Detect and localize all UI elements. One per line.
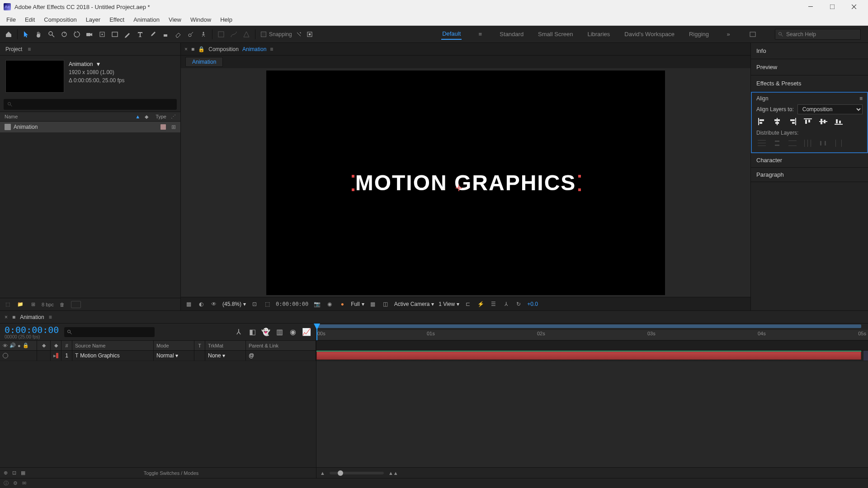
timeline-panel-menu-icon[interactable]: ≡: [49, 314, 52, 320]
viewer-lock-icon[interactable]: 🔒: [198, 46, 205, 52]
reset-workspace-icon[interactable]: [747, 28, 759, 40]
snap-to-icon[interactable]: [306, 28, 314, 40]
fast-previews-icon[interactable]: ⚡: [476, 300, 485, 308]
puppet-tool[interactable]: [198, 28, 209, 40]
clone-stamp-tool[interactable]: [160, 28, 171, 40]
comment-col-icon[interactable]: ⋰: [171, 114, 176, 120]
selection-handle[interactable]: [352, 188, 354, 191]
timeline-layer-row[interactable]: ▸ 1 TMotion Graphics Normal ▾ None ▾ @: [0, 351, 316, 361]
zoom-tool[interactable]: [46, 28, 57, 40]
anchor-point-icon[interactable]: [456, 185, 462, 191]
mask-mode-icon[interactable]: [215, 28, 227, 40]
search-bins-slot[interactable]: [71, 301, 81, 308]
project-panel-tab[interactable]: Project: [4, 45, 24, 53]
selection-handle[interactable]: [578, 188, 581, 191]
zoom-in-icon[interactable]: ▲▲: [388, 470, 398, 476]
audio-col-icon[interactable]: 🔊: [9, 343, 16, 348]
frame-blend-footer-icon[interactable]: ▦: [21, 470, 25, 476]
minimize-button[interactable]: [800, 0, 821, 14]
viewer-panel-menu-icon[interactable]: ≡: [270, 46, 273, 52]
eraser-tool[interactable]: [172, 28, 184, 40]
show-snapshot-icon[interactable]: ◉: [326, 300, 334, 308]
selection-handle[interactable]: [352, 175, 354, 178]
label-col-icon[interactable]: ◆: [54, 343, 58, 348]
workspace-standard[interactable]: Standard: [499, 29, 524, 39]
align-vcenter-button[interactable]: [818, 117, 829, 126]
align-top-button[interactable]: [802, 117, 813, 126]
work-area-bar[interactable]: [316, 324, 861, 328]
workspace-menu-icon[interactable]: ≡: [474, 28, 486, 40]
snapping-checkbox[interactable]: [261, 32, 266, 37]
timeline-track-area[interactable]: 00s 01s 02s 03s 04s 05s: [316, 324, 868, 478]
hand-tool[interactable]: [33, 28, 45, 40]
workspace-custom[interactable]: David's Workspace: [623, 29, 675, 39]
timeline-search[interactable]: [64, 327, 155, 337]
viewer-canvas[interactable]: MOTION GRAPHICS: [181, 68, 750, 297]
timeline-timecode[interactable]: 0:00:00:00: [5, 324, 59, 335]
channel-icon[interactable]: ●: [338, 300, 346, 308]
zoom-out-icon[interactable]: ▲: [320, 470, 325, 476]
viewer-comp-name[interactable]: Animation: [242, 46, 266, 52]
workspace-overflow-icon[interactable]: »: [722, 28, 734, 40]
layer-label-color[interactable]: [56, 353, 58, 358]
comp-end-bracket[interactable]: [863, 351, 868, 361]
align-panel-title[interactable]: Align: [756, 95, 769, 102]
col-t[interactable]: T: [194, 341, 205, 350]
bpc-indicator[interactable]: 8 bpc: [42, 302, 54, 307]
time-zoom-slider[interactable]: [330, 472, 384, 474]
roi-icon[interactable]: ⬚: [263, 300, 271, 308]
menu-layer[interactable]: Layer: [81, 14, 105, 25]
solo-col-icon[interactable]: ●: [18, 343, 21, 348]
frame-blend-icon[interactable]: ▥: [274, 327, 284, 337]
col-number[interactable]: #: [61, 341, 72, 350]
comp-flowchart-icon[interactable]: ⅄: [502, 300, 510, 308]
rectangle-tool[interactable]: [109, 28, 121, 40]
views-dropdown[interactable]: 1 View ▾: [439, 301, 459, 307]
snapshot-icon[interactable]: 📷: [313, 300, 321, 308]
align-to-dropdown[interactable]: Composition: [797, 104, 863, 114]
selection-tool[interactable]: [20, 28, 32, 40]
workspace-small-screen[interactable]: Small Screen: [537, 29, 574, 39]
stage-text-layer[interactable]: MOTION GRAPHICS: [355, 170, 576, 195]
type-tool[interactable]: [134, 28, 146, 40]
new-folder-icon[interactable]: 📁: [16, 300, 24, 309]
snap-options-icon[interactable]: [295, 28, 303, 40]
info-panel-tab[interactable]: Info: [751, 43, 868, 59]
new-comp-icon[interactable]: ⊞: [29, 300, 37, 309]
comp-mini-flowchart-icon[interactable]: ⅄: [234, 327, 244, 337]
camera-dropdown[interactable]: Active Camera ▾: [394, 301, 434, 307]
time-ruler[interactable]: 00s 01s 02s 03s 04s 05s: [316, 324, 868, 341]
brush-tool[interactable]: [147, 28, 159, 40]
resolution-dropdown[interactable]: Full ▾: [351, 301, 364, 307]
col-name[interactable]: Name: [5, 114, 131, 119]
align-hcenter-button[interactable]: [772, 117, 783, 126]
roto-brush-tool[interactable]: [185, 28, 197, 40]
col-parent[interactable]: Parent & Link: [246, 341, 316, 350]
label-color-swatch[interactable]: [160, 124, 166, 130]
timeline-close-icon[interactable]: ×: [5, 314, 8, 320]
label-col-icon[interactable]: ◆: [145, 114, 151, 120]
viewer-always-preview-icon[interactable]: ■: [191, 46, 194, 52]
col-source-name[interactable]: Source Name: [72, 341, 154, 350]
3d-view-icon[interactable]: ◫: [382, 300, 390, 308]
pixel-aspect-icon[interactable]: ⊏: [464, 300, 472, 308]
footer-notifications-icon[interactable]: ✉: [22, 480, 26, 486]
home-button[interactable]: [3, 28, 14, 40]
lock-col-icon[interactable]: 🔒: [23, 343, 29, 348]
col-trkmat[interactable]: TrkMat: [205, 341, 246, 350]
layer-name[interactable]: Motion Graphics: [80, 352, 119, 359]
pickwhip-icon[interactable]: @: [249, 352, 254, 359]
toggle-switches-modes[interactable]: Toggle Switches / Modes: [144, 470, 199, 476]
character-panel-tab[interactable]: Character: [751, 153, 868, 168]
workspace-default[interactable]: Default: [441, 28, 462, 40]
comp-dropdown-icon[interactable]: ▼: [95, 60, 101, 68]
pan-behind-tool[interactable]: [96, 28, 108, 40]
project-item-row[interactable]: Animation ⊞: [0, 122, 180, 132]
project-search[interactable]: [4, 99, 177, 110]
flowchart-tab[interactable]: Animation: [185, 57, 223, 67]
graph-editor-icon[interactable]: 📈: [302, 327, 311, 337]
align-panel-menu-icon[interactable]: ≡: [859, 95, 863, 102]
align-left-button[interactable]: [756, 117, 767, 126]
col-mode[interactable]: Mode: [154, 341, 194, 350]
paragraph-panel-tab[interactable]: Paragraph: [751, 168, 868, 182]
